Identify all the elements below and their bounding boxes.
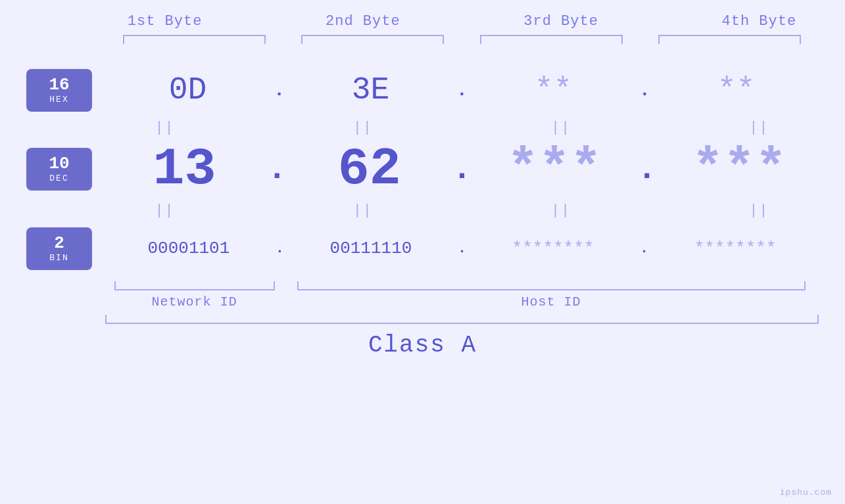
bracket-cell-2 bbox=[283, 35, 462, 44]
bin-byte-1: 00001101 bbox=[105, 239, 272, 258]
bin-base-num: 2 bbox=[54, 235, 64, 252]
dec-label-box: 10 DEC bbox=[26, 148, 92, 191]
hex-data-cells: 0D . 3E . ** . ** bbox=[105, 72, 819, 108]
bin-byte-3: ******** bbox=[470, 239, 637, 258]
byte-label-1: 1st Byte bbox=[66, 13, 264, 30]
bin-byte-2: 00111110 bbox=[287, 239, 454, 258]
dec-value-3: *** bbox=[507, 139, 602, 199]
byte-label-3: 3rd Byte bbox=[462, 13, 660, 30]
equals-1-1: || bbox=[66, 116, 264, 139]
top-bracket-3 bbox=[480, 35, 623, 44]
dec-byte-1: 13 bbox=[105, 139, 264, 199]
dec-data-cells: 13 . 62 . *** . *** bbox=[105, 139, 819, 199]
top-bracket-row bbox=[105, 35, 819, 44]
hex-byte-4: ** bbox=[654, 72, 819, 108]
full-bracket bbox=[105, 315, 819, 324]
class-row: Class A bbox=[26, 332, 819, 359]
dec-dot-3: . bbox=[637, 150, 657, 188]
dec-value-2: 62 bbox=[338, 139, 401, 199]
hex-value-2: 3E bbox=[352, 72, 390, 108]
bin-value-4: ******** bbox=[694, 239, 777, 258]
main-container: 1st Byte 2nd Byte 3rd Byte 4th Byte 16 H… bbox=[0, 0, 845, 504]
bin-dot-1: . bbox=[276, 241, 284, 257]
equals-1-4: || bbox=[660, 116, 845, 139]
hex-dot-2: . bbox=[456, 80, 468, 101]
bin-row: 2 BIN 00001101 . 00111110 . ******** . *… bbox=[26, 222, 819, 275]
bin-label-box: 2 BIN bbox=[26, 227, 92, 270]
equals-2-4: || bbox=[660, 199, 845, 222]
byte-labels-row: 1st Byte 2nd Byte 3rd Byte 4th Byte bbox=[66, 13, 845, 30]
hex-byte-1: 0D bbox=[105, 72, 270, 108]
hex-label-box: 16 HEX bbox=[26, 69, 92, 112]
byte-label-4: 4th Byte bbox=[660, 13, 845, 30]
top-bracket-4 bbox=[658, 35, 801, 44]
top-bracket-1 bbox=[123, 35, 266, 44]
dec-base-name: DEC bbox=[49, 173, 68, 183]
bin-dot-2: . bbox=[458, 241, 466, 257]
hex-dot-1: . bbox=[274, 80, 285, 101]
bin-dot-3: . bbox=[640, 241, 648, 257]
hex-base-num: 16 bbox=[49, 76, 69, 93]
labels-row: Network ID Host ID bbox=[105, 294, 819, 309]
host-bracket bbox=[297, 281, 806, 290]
bottom-section: Network ID Host ID bbox=[26, 281, 819, 309]
equals-row-1: || || || || bbox=[66, 116, 845, 139]
bin-byte-4: ******** bbox=[652, 239, 819, 258]
dec-base-num: 10 bbox=[49, 155, 69, 172]
bottom-brackets: Network ID Host ID bbox=[105, 281, 819, 309]
hex-value-1: 0D bbox=[169, 72, 207, 108]
bin-value-2: 00111110 bbox=[330, 239, 412, 258]
equals-2-2: || bbox=[264, 199, 462, 222]
equals-2-1: || bbox=[66, 199, 264, 222]
full-bracket-row bbox=[105, 315, 819, 324]
dec-value-1: 13 bbox=[153, 139, 216, 199]
dec-dot-2: . bbox=[452, 150, 471, 188]
dec-byte-3: *** bbox=[475, 139, 634, 199]
watermark: ipshu.com bbox=[780, 488, 832, 497]
bottom-bracket-row bbox=[105, 281, 819, 290]
equals-1-3: || bbox=[462, 116, 660, 139]
dec-byte-2: 62 bbox=[290, 139, 448, 199]
network-bracket bbox=[114, 281, 275, 290]
hex-value-3: ** bbox=[535, 72, 573, 108]
equals-1-2: || bbox=[264, 116, 462, 139]
dec-dot-1: . bbox=[267, 150, 287, 188]
bracket-cell-4 bbox=[640, 35, 819, 44]
bracket-cell-3 bbox=[462, 35, 640, 44]
dec-byte-4: *** bbox=[660, 139, 819, 199]
dec-value-4: *** bbox=[692, 139, 786, 199]
bin-value-1: 00001101 bbox=[148, 239, 230, 258]
bin-value-3: ******** bbox=[512, 239, 594, 258]
hex-value-4: ** bbox=[717, 72, 756, 108]
bottom-bracket-right bbox=[283, 281, 819, 290]
bracket-cell-1 bbox=[105, 35, 283, 44]
hex-byte-2: 3E bbox=[288, 72, 453, 108]
bin-base-name: BIN bbox=[49, 253, 68, 263]
equals-2-3: || bbox=[462, 199, 660, 222]
hex-row: 16 HEX 0D . 3E . ** . ** bbox=[26, 64, 819, 116]
dec-row: 10 DEC 13 . 62 . *** . *** bbox=[26, 139, 819, 199]
byte-label-2: 2nd Byte bbox=[264, 13, 462, 30]
bottom-bracket-left bbox=[105, 281, 283, 290]
hex-byte-3: ** bbox=[471, 72, 636, 108]
class-label: Class A bbox=[368, 332, 477, 359]
hex-dot-3: . bbox=[639, 80, 650, 101]
bottom-spacer bbox=[26, 281, 105, 309]
equals-row-2: || || || || bbox=[66, 199, 845, 222]
bin-data-cells: 00001101 . 00111110 . ******** . *******… bbox=[105, 239, 819, 258]
top-bracket-2 bbox=[301, 35, 444, 44]
hex-base-name: HEX bbox=[49, 95, 68, 104]
network-id-label: Network ID bbox=[105, 294, 283, 309]
host-id-label: Host ID bbox=[283, 294, 819, 309]
